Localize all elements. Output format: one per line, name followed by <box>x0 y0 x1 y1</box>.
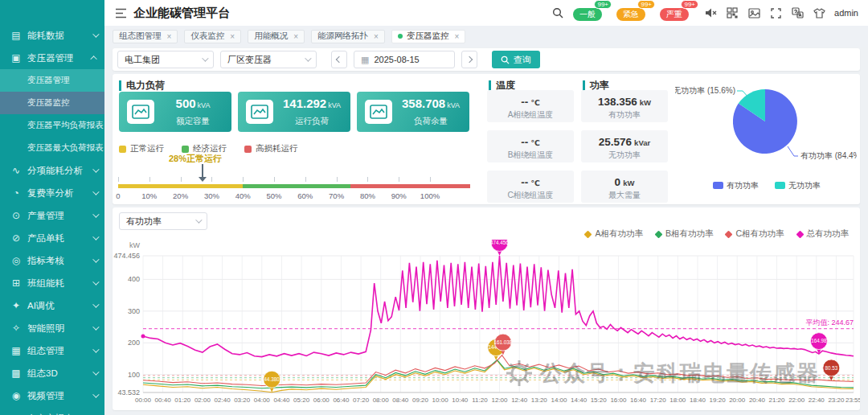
gauge-tick-label: 50% <box>266 191 281 200</box>
sidebar-item-3[interactable]: ◔ 复费率分析 <box>0 182 104 204</box>
chart-legend-item[interactable]: B相有功功率 <box>656 228 714 240</box>
temperature-card-2: --℃ C相绕组温度 <box>487 171 574 203</box>
gauge-tick-label: 90% <box>391 191 407 200</box>
group-select-value: 电工集团 <box>125 54 160 66</box>
svg-text:23:20: 23:20 <box>828 397 845 404</box>
sidebar-item-7[interactable]: ⊞ 班组能耗 <box>0 272 104 294</box>
sidebar-item-8[interactable]: ✦ AI调优 <box>0 294 104 317</box>
stat-label: 运行负荷 <box>295 116 329 125</box>
overview-panel: 电力负荷 500kVA 额定容量 141.292kVA 运行负荷 358.708… <box>113 74 860 204</box>
search-icon[interactable] <box>551 6 564 19</box>
mute-icon[interactable] <box>704 6 717 19</box>
label: 无功功率 <box>581 150 668 160</box>
line-chart-legend: A相有功功率 B相有功功率 C相有功功率 总有功功率 <box>585 228 849 240</box>
chart-legend-item[interactable]: A相有功功率 <box>585 228 643 240</box>
chevron-down-icon <box>92 233 99 240</box>
svg-text:03:20: 03:20 <box>234 397 251 404</box>
unit: kVar <box>634 138 650 147</box>
sidebar-subitem-1-3[interactable]: 变压器最大负荷报表 <box>0 137 104 159</box>
svg-text:09:20: 09:20 <box>412 397 429 404</box>
tab-2[interactable]: 用能概况 × <box>248 30 305 43</box>
metric-select[interactable]: 有功功率 <box>119 212 207 230</box>
sidebar-item-label: 产量管理 <box>27 210 64 222</box>
sidebar-subitem-1-2[interactable]: 变压器平均负荷报表 <box>0 114 104 137</box>
sidebar-item-label: 指标考核 <box>27 255 64 267</box>
chevron-down-icon <box>92 346 99 352</box>
language-icon[interactable] <box>791 6 804 19</box>
sidebar-item-6[interactable]: ◎ 指标考核 <box>0 249 104 272</box>
unit-consumption-icon: ⊘ <box>10 232 23 244</box>
prev-day-button[interactable] <box>331 51 347 68</box>
svg-text:06:40: 06:40 <box>333 397 350 404</box>
alarm-badge-count: 99+ <box>594 0 612 9</box>
sidebar-item-12[interactable]: ◉ 视频管理 <box>0 384 104 407</box>
sidebar-item-11[interactable]: ▩ 组态3D <box>0 362 104 384</box>
tab-3[interactable]: 能源网络拓扑 × <box>311 30 385 43</box>
chart-legend-item[interactable]: 总有功功率 <box>797 228 850 240</box>
date-picker[interactable]: ▦ 2025-08-15 <box>354 51 455 68</box>
gauge-tick <box>211 177 212 182</box>
transformer-icon: ▣ <box>10 52 23 64</box>
chart-legend-item[interactable]: C相有功功率 <box>726 228 784 240</box>
tab-close-icon[interactable]: × <box>293 32 298 41</box>
power-card-2: 0kW 最大需量 <box>581 171 668 203</box>
chevron-down-icon <box>92 188 99 195</box>
svg-text:07:20: 07:20 <box>353 397 370 404</box>
qr-code-icon[interactable] <box>726 6 739 19</box>
gauge-tick-label: 70% <box>329 191 344 200</box>
pie-legend[interactable]: 有功功率 无功功率 <box>713 181 821 190</box>
sidebar-subitem-1-0[interactable]: 变压器管理 <box>0 69 104 92</box>
next-day-button[interactable] <box>461 51 477 68</box>
power-card-0: 138.356kW 有功功率 <box>581 90 668 122</box>
screenshot-icon[interactable] <box>747 6 760 19</box>
tariff-icon: ◔ <box>10 187 23 199</box>
sidebar-item-5[interactable]: ⊘ 产品单耗 <box>0 227 104 249</box>
tab-close-icon[interactable]: × <box>167 32 172 41</box>
svg-text:00:40: 00:40 <box>155 397 172 404</box>
tab-close-icon[interactable]: × <box>230 32 235 41</box>
svg-text:06:00: 06:00 <box>313 397 330 404</box>
menu-toggle-icon[interactable] <box>114 6 127 19</box>
chart-image-icon <box>246 100 273 124</box>
tab-1[interactable]: 仪表监控 × <box>184 30 241 43</box>
sidebar-item-9[interactable]: ✧ 智能照明 <box>0 317 104 339</box>
sidebar-item-2[interactable]: ∿ 分项能耗分析 <box>0 159 104 182</box>
tab-4[interactable]: 变压器监控 × <box>391 30 465 43</box>
tab-close-icon[interactable]: × <box>374 32 379 41</box>
stat-unit: kVA <box>447 101 460 109</box>
group-select[interactable]: 电工集团 <box>117 51 214 68</box>
tab-0[interactable]: 组态图管理 × <box>113 30 178 43</box>
sidebar-item-13[interactable]: ▧ 自定义报表 <box>0 407 104 415</box>
sidebar-item-1[interactable]: ▣ 变压器管理 <box>0 47 104 69</box>
legend-swatch <box>244 146 252 153</box>
sidebar-item-0[interactable]: ▤ 能耗数据 <box>0 24 104 47</box>
tab-close-icon[interactable]: × <box>454 32 459 41</box>
chevron-down-icon <box>195 216 202 223</box>
active-dot-icon <box>398 34 403 39</box>
svg-text:10:40: 10:40 <box>452 397 469 404</box>
alarm-badge-2[interactable]: 严重 99+ <box>660 6 689 21</box>
svg-text:14:00: 14:00 <box>551 397 567 404</box>
header-actions: 一般 99+ 紧急 99+ 严重 99+ admin <box>551 6 858 21</box>
alarm-badge-1[interactable]: 紧急 99+ <box>616 6 645 21</box>
search-button-label: 查询 <box>514 54 531 66</box>
transformer-select[interactable]: 厂区变压器 <box>220 51 317 68</box>
alarm-badge-count: 99+ <box>637 0 655 9</box>
fullscreen-icon[interactable] <box>769 6 782 19</box>
filter-bar: 电工集团 厂区变压器 ▦ 2025-08-15 查询 <box>113 48 860 71</box>
sidebar-item-label: 分项能耗分析 <box>27 165 83 177</box>
svg-text:474.456: 474.456 <box>113 252 140 260</box>
transformer-select-value: 厂区变压器 <box>227 54 272 66</box>
stat-label: 额定容量 <box>176 116 210 125</box>
gauge-tick-label: 60% <box>297 191 313 200</box>
theme-icon[interactable] <box>813 6 825 19</box>
sidebar-item-4[interactable]: ⊙ 产量管理 <box>0 204 104 227</box>
label: B相绕组温度 <box>487 150 574 160</box>
pie-callout-label: 无功功率 (15.6%) <box>675 86 735 95</box>
alarm-badge-0[interactable]: 一般 99+ <box>573 6 602 21</box>
user-menu[interactable]: admin <box>834 8 858 18</box>
search-button[interactable]: 查询 <box>492 51 540 68</box>
gauge-tick-label: 100% <box>420 191 440 200</box>
sidebar-subitem-1-1[interactable]: 变压器监控 <box>0 92 104 114</box>
sidebar-item-10[interactable]: ▦ 组态管理 <box>0 339 104 362</box>
